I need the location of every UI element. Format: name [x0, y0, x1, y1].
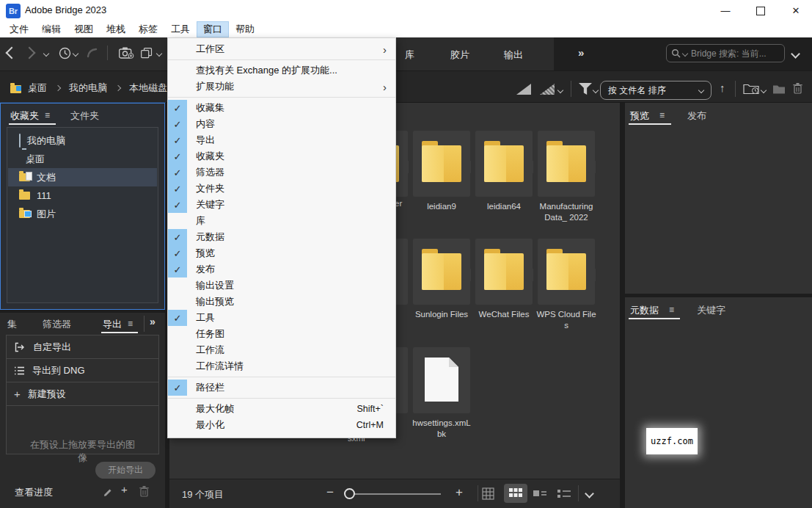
- tab-keywords[interactable]: 关键字: [697, 304, 725, 317]
- menubar-item-窗口[interactable]: 窗口: [197, 21, 229, 37]
- stack-dropdown-icon[interactable]: [157, 51, 161, 56]
- content-item-hwsettings.xmLbk[interactable]: hwsettings.xmLbk: [411, 347, 472, 440]
- details-view-icon[interactable]: [533, 489, 546, 498]
- view-options-chevron-icon[interactable]: [586, 490, 593, 497]
- window-menu-item[interactable]: 输出预览: [168, 294, 395, 310]
- breadcrumb-local-disk[interactable]: 本地磁盘: [129, 81, 167, 95]
- new-folder-icon[interactable]: [772, 84, 786, 94]
- list-view-icon[interactable]: [557, 489, 571, 498]
- window-menu-item[interactable]: ✓收藏夹: [168, 148, 395, 164]
- sort-ascending-icon[interactable]: ↑: [720, 81, 725, 94]
- content-item-WPS Cloud Files[interactable]: WPS Cloud Files: [535, 239, 597, 331]
- tab-favorites[interactable]: 收藏夹: [10, 109, 39, 123]
- workspace-tab-output[interactable]: 输出: [504, 48, 523, 62]
- favorites-item-图片[interactable]: 图片: [8, 205, 157, 223]
- thumbnail-view-icon[interactable]: [509, 488, 522, 498]
- tab-filter[interactable]: 筛选器: [43, 318, 71, 331]
- export-action-3[interactable]: +新建预设: [7, 382, 158, 406]
- window-menu-item[interactable]: ✓预览: [168, 245, 395, 261]
- window-menu-item[interactable]: 工作流: [168, 342, 395, 358]
- workspace-overflow-icon[interactable]: »: [578, 46, 584, 59]
- window-menu-item[interactable]: 工作流详情: [168, 358, 395, 374]
- window-menu-item[interactable]: ✓发布: [168, 261, 395, 277]
- open-recent-folder-icon[interactable]: [743, 82, 759, 95]
- panel-menu-icon[interactable]: ≡: [659, 110, 665, 120]
- tab-metadata[interactable]: 元数据: [630, 304, 659, 317]
- favorites-item-我的电脑[interactable]: 我的电脑: [8, 131, 157, 150]
- breadcrumb-my-computer[interactable]: 我的电脑: [69, 81, 107, 95]
- window-menu-item[interactable]: 扩展功能›: [168, 79, 395, 95]
- panel-menu-icon[interactable]: ≡: [669, 305, 674, 315]
- menubar-item-编辑[interactable]: 编辑: [35, 21, 67, 37]
- recent-dropdown-icon[interactable]: [73, 51, 78, 56]
- window-menu-item[interactable]: ✓路径栏: [168, 380, 395, 396]
- start-export-button[interactable]: 开始导出: [95, 462, 156, 479]
- favorites-item-桌面[interactable]: 桌面: [8, 150, 157, 168]
- forward-button[interactable]: [25, 48, 34, 57]
- menubar-item-帮助[interactable]: 帮助: [229, 21, 261, 37]
- menubar-item-堆栈[interactable]: 堆栈: [100, 21, 132, 37]
- window-menu-item[interactable]: ✓内容: [168, 116, 395, 132]
- menubar-item-工具[interactable]: 工具: [164, 21, 197, 37]
- tab-folders[interactable]: 文件夹: [70, 109, 99, 123]
- window-menu-item[interactable]: 库: [168, 213, 395, 229]
- workspace-tab-filmstrip[interactable]: 胶片: [450, 48, 469, 62]
- recent-files-icon[interactable]: [59, 47, 71, 59]
- toolbar-chevron-icon[interactable]: [792, 51, 799, 57]
- slider-knob[interactable]: [344, 488, 355, 499]
- window-menu-item[interactable]: ✓导出: [168, 132, 395, 148]
- panel-menu-icon[interactable]: ≡: [45, 110, 50, 120]
- delete-icon[interactable]: [792, 82, 803, 94]
- content-item-WeChat Files[interactable]: WeChat Files: [473, 239, 535, 320]
- content-item-Sunlogin Files[interactable]: Sunlogin Files: [411, 239, 472, 320]
- window-menu-item[interactable]: 输出设置: [168, 277, 395, 294]
- favorites-item-文档[interactable]: 文档: [8, 168, 157, 186]
- search-input[interactable]: [690, 48, 780, 59]
- window-menu-item[interactable]: 查找有关 Exchange 的扩展功能...: [168, 62, 395, 79]
- window-menu-item[interactable]: ✓文件夹: [168, 181, 395, 197]
- window-menu-item[interactable]: 最大化帧Shift+`: [168, 401, 395, 417]
- close-button[interactable]: ✕: [783, 0, 808, 21]
- zoom-in-icon[interactable]: +: [456, 485, 463, 500]
- window-menu-item[interactable]: ✓收藏集: [168, 100, 395, 116]
- maximize-button[interactable]: [748, 0, 773, 21]
- panel-splitter[interactable]: [620, 103, 625, 508]
- content-item-leidian64[interactable]: leidian64: [473, 131, 535, 212]
- menubar-item-标签[interactable]: 标签: [132, 21, 164, 37]
- window-menu-item[interactable]: 工作区›: [168, 41, 395, 57]
- window-menu-item[interactable]: ✓工具: [168, 310, 395, 326]
- add-icon[interactable]: +: [121, 486, 128, 493]
- quality-dropdown-icon[interactable]: [558, 88, 563, 92]
- window-menu-item[interactable]: 任务图: [168, 326, 395, 342]
- return-to-app-icon[interactable]: [87, 47, 98, 59]
- trash-icon[interactable]: [139, 485, 150, 497]
- filter-dropdown-icon[interactable]: [593, 88, 598, 92]
- content-item-Manufacturing Data_ 2022[interactable]: Manufacturing Data_ 2022: [535, 131, 597, 223]
- favorites-item-111[interactable]: 111: [8, 186, 157, 205]
- window-menu-item[interactable]: ✓元数据: [168, 229, 395, 245]
- export-action-2[interactable]: 导出到 DNG: [7, 359, 158, 382]
- tab-export[interactable]: 导出: [103, 318, 122, 331]
- view-progress-link[interactable]: 查看进度: [15, 486, 53, 499]
- workspace-tab-library[interactable]: 库: [405, 48, 414, 62]
- get-photos-camera-icon[interactable]: [119, 47, 134, 59]
- content-item-leidian9[interactable]: leidian9: [411, 131, 472, 212]
- window-menu-item[interactable]: 最小化Ctrl+M: [168, 417, 395, 433]
- recent-folder-dropdown-icon[interactable]: [761, 88, 766, 92]
- breadcrumb-desktop[interactable]: 桌面: [28, 81, 47, 95]
- zoom-out-icon[interactable]: −: [326, 485, 334, 500]
- tab-preview[interactable]: 预览: [630, 109, 649, 123]
- window-menu-item[interactable]: ✓关键字: [168, 197, 395, 213]
- tab-collections[interactable]: 集: [7, 318, 17, 331]
- minimize-button[interactable]: —: [713, 0, 738, 21]
- thumbnail-size-slider[interactable]: [354, 493, 441, 495]
- tab-publish[interactable]: 发布: [687, 109, 706, 123]
- window-menu-item[interactable]: ✓筛选器: [168, 164, 395, 181]
- search-scope-dropdown-icon[interactable]: [682, 50, 688, 56]
- export-action-1[interactable]: 自定导出: [7, 335, 158, 359]
- menubar-item-文件[interactable]: 文件: [3, 21, 35, 37]
- grid-lock-view-icon[interactable]: [482, 487, 494, 500]
- menubar-item-视图[interactable]: 视图: [67, 21, 100, 37]
- search-box[interactable]: [666, 44, 785, 62]
- nav-dropdown-icon[interactable]: [44, 51, 48, 56]
